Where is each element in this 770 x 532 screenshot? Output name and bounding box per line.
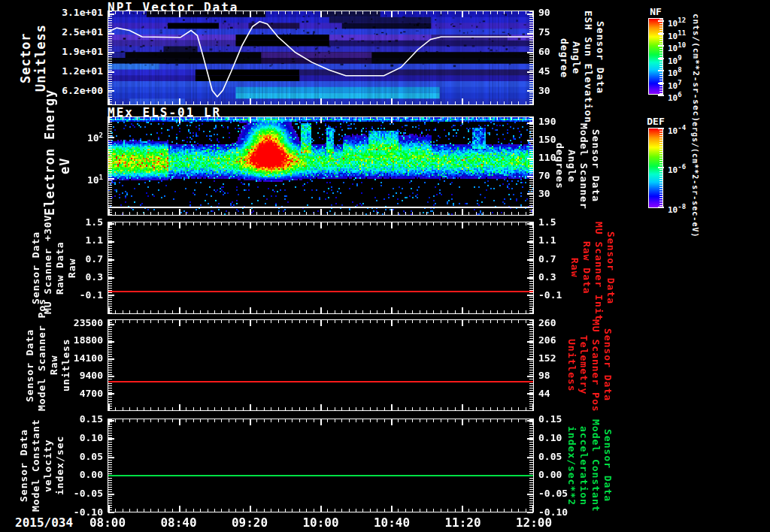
- colorbar-major-tick: [658, 45, 664, 47]
- major-time-tick: [179, 11, 180, 17]
- y-tick-label-right: 45: [538, 65, 550, 77]
- y-axis-title-left: Sensor DataModel Scanner PosRawunitless: [24, 319, 72, 411]
- major-time-tick: [250, 98, 251, 104]
- major-time-tick: [532, 404, 534, 410]
- major-y-tick: [108, 295, 114, 296]
- major-time-tick: [391, 98, 393, 104]
- y-axis-title-right: Sensor DataESH Sun ElevationAngledegree: [558, 11, 606, 105]
- major-y-tick: [527, 259, 533, 261]
- colorbar-major-tick: [658, 83, 664, 84]
- y-tick-label-right: 260: [538, 317, 556, 328]
- major-time-tick: [179, 307, 180, 313]
- major-time-tick: [179, 117, 180, 123]
- sun-elevation-line: [108, 11, 533, 104]
- major-y-tick: [527, 457, 533, 458]
- y-axis-title-right: Sensor DataModel Constantaccelerationind…: [565, 419, 614, 512]
- major-time-tick: [320, 222, 322, 228]
- y-tick-label-right: 1.5: [538, 216, 556, 228]
- minor-ticks-left: [108, 320, 112, 410]
- major-y-tick: [108, 277, 114, 279]
- x-tick-label: 10:40: [374, 515, 410, 530]
- major-time-tick: [320, 11, 322, 17]
- y-tick-label-right: 70: [538, 170, 550, 181]
- minor-ticks-right: [529, 222, 533, 313]
- major-time-tick: [532, 209, 534, 215]
- colorbar-major-tick: [658, 167, 664, 168]
- major-y-tick: [108, 457, 114, 458]
- major-time-tick: [179, 98, 180, 104]
- major-y-tick: [527, 512, 533, 513]
- y-tick-label-right: 1.1: [538, 234, 556, 246]
- y-tick-label-left: 1.9e+01: [44, 46, 103, 57]
- x-tick-label: 08:40: [160, 515, 196, 530]
- major-time-tick: [320, 404, 322, 410]
- major-y-tick: [108, 393, 114, 394]
- major-time-tick: [391, 506, 393, 512]
- major-y-tick: [527, 241, 533, 243]
- major-time-tick: [462, 11, 463, 17]
- major-y-tick: [527, 176, 533, 177]
- major-y-tick: [527, 193, 533, 195]
- major-y-tick: [527, 438, 533, 440]
- els-spectrogram: [108, 117, 533, 215]
- y-tick-label-right: 0.3: [538, 271, 556, 283]
- x-tick-label: 08:00: [89, 515, 126, 530]
- major-time-tick: [250, 506, 251, 512]
- x-tick-label: 12:00: [516, 515, 552, 530]
- major-time-tick: [462, 506, 463, 512]
- y-tick-label-right: 0.10: [538, 432, 562, 443]
- major-time-tick: [391, 11, 393, 17]
- major-y-tick: [527, 90, 533, 92]
- major-time-tick: [391, 320, 393, 326]
- major-time-tick: [462, 419, 463, 425]
- major-y-tick: [527, 158, 533, 159]
- y-tick-label-right: 75: [538, 26, 550, 38]
- major-y-tick: [527, 324, 533, 325]
- model-constant-velocity-panel: [108, 419, 534, 512]
- major-time-tick: [391, 222, 393, 228]
- major-y-tick: [108, 494, 114, 495]
- major-y-tick: [527, 341, 533, 343]
- colorbar-tick-label: 10-6: [668, 162, 686, 176]
- colorbar-major-tick: [658, 58, 664, 59]
- y-axis-title-right: Sensor DataMU Scanner InitRaw DataRaw: [568, 222, 617, 314]
- major-y-tick: [527, 420, 533, 422]
- major-time-tick: [532, 98, 534, 104]
- y-tick-label-right: 0.15: [538, 413, 562, 425]
- y-axis-title-left: Electron EnergyeV: [42, 116, 72, 216]
- model-scanner-pos-panel: [108, 319, 534, 411]
- colorbar-major-tick: [658, 207, 664, 208]
- major-time-tick: [250, 307, 251, 313]
- major-time-tick: [532, 506, 534, 512]
- major-y-tick: [527, 277, 533, 279]
- major-time-tick: [462, 222, 463, 228]
- major-time-tick: [320, 117, 322, 123]
- y-tick-label-right: 152: [538, 352, 556, 364]
- major-time-tick: [462, 307, 463, 313]
- mu-scanner-30v-panel: [108, 222, 534, 314]
- major-y-tick: [527, 223, 533, 225]
- els-spectrogram-panel: [108, 116, 534, 216]
- colorbar-major-tick: [658, 95, 664, 96]
- major-y-tick: [527, 140, 533, 141]
- major-time-tick: [462, 320, 463, 326]
- major-time-tick: [320, 419, 322, 425]
- major-time-tick: [320, 307, 322, 313]
- major-y-tick: [527, 14, 533, 15]
- major-time-tick: [462, 404, 463, 410]
- data-line: [108, 291, 533, 292]
- major-y-tick: [108, 259, 114, 261]
- major-time-tick: [462, 117, 463, 123]
- major-time-tick: [320, 506, 322, 512]
- major-time-tick: [320, 320, 322, 326]
- major-y-tick: [108, 223, 114, 225]
- y-tick-label-right: -0.1: [538, 289, 562, 301]
- minor-ticks-left: [108, 419, 112, 512]
- major-time-tick: [250, 11, 251, 17]
- major-time-tick: [108, 506, 110, 512]
- minor-ticks-left: [108, 117, 112, 215]
- y-tick-label-right: 206: [538, 334, 556, 346]
- major-y-tick: [108, 90, 114, 92]
- major-time-tick: [391, 404, 393, 410]
- major-time-tick: [250, 209, 251, 215]
